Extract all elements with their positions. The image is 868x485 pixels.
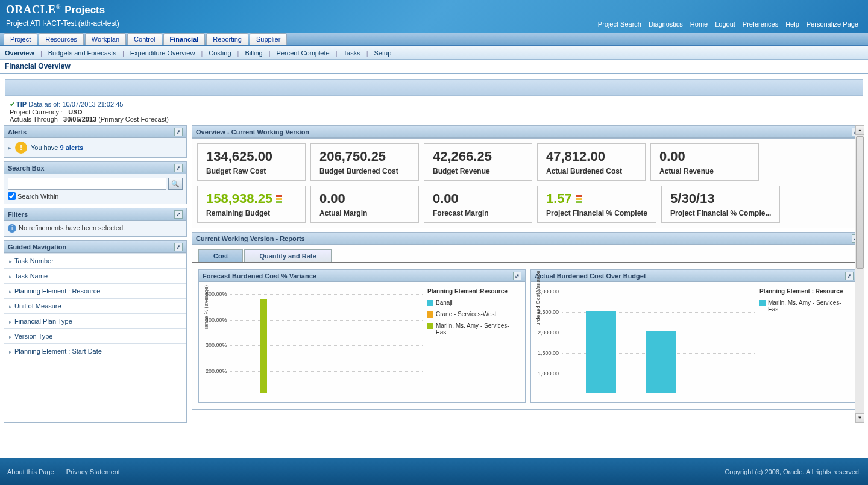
expand-icon[interactable]: ⤢ xyxy=(174,128,183,136)
toplink-personalize-page[interactable]: Personalize Page xyxy=(807,20,858,28)
scroll-up-icon[interactable]: ▲ xyxy=(855,125,864,135)
expand-icon[interactable]: ⤢ xyxy=(174,210,183,219)
search-input[interactable] xyxy=(8,178,166,190)
expand-icon[interactable]: ⤢ xyxy=(174,243,183,251)
metric-tile: 0.00Actual Margin xyxy=(310,186,419,223)
caret-icon: ▸ xyxy=(9,349,12,355)
expand-icon[interactable]: ⤢ xyxy=(174,164,183,172)
tick-label: 3,000.00 xyxy=(538,289,559,295)
filters-panel: Filters⤢ iNo refinements have been selec… xyxy=(4,208,187,237)
metric-tile: 206,750.25Budget Burdened Cost xyxy=(310,143,419,181)
project-title: Project ATH-ACT-Test (ath-act-test) xyxy=(6,19,119,28)
metrics-grid: 134,625.00Budget Raw Cost206,750.25Budge… xyxy=(192,139,864,228)
guided-item[interactable]: ▸Financial Plan Type xyxy=(4,313,186,328)
toplink-preferences[interactable]: Preferences xyxy=(743,20,778,28)
app-header: ORACLE® Projects Project ATH-ACT-Test (a… xyxy=(0,0,868,33)
subnav-expenditure-overview[interactable]: Expenditure Overview xyxy=(130,49,195,57)
info-block: ✔TIP Data as of: 10/07/2013 21:02:45 Pro… xyxy=(0,98,868,125)
metric-tile: 42,266.25Budget Revenue xyxy=(424,143,532,181)
subnav-setup[interactable]: Setup xyxy=(374,49,392,57)
metric-tile: 134,625.00Budget Raw Cost xyxy=(197,143,306,181)
legend-item: Marlin, Ms. Amy - Services-East xyxy=(427,322,519,336)
tick-label: 500.00% xyxy=(206,291,227,297)
metric-tile: 0.00Actual Revenue xyxy=(650,143,759,181)
search-within-checkbox[interactable] xyxy=(8,192,16,200)
guided-item[interactable]: ▸Planning Element : Resource xyxy=(4,283,186,298)
legend-title: Planning Element : Resource xyxy=(760,288,851,295)
guided-item[interactable]: ▸Version Type xyxy=(4,328,186,343)
report-tab-cost[interactable]: Cost xyxy=(198,249,243,262)
bullet-icon xyxy=(276,195,283,204)
legend-item: Crane - Services-West xyxy=(427,311,519,318)
subnav-costing[interactable]: Costing xyxy=(209,49,231,57)
metric-tile: 1.57Project Financial % Complete xyxy=(537,186,656,223)
toplink-help[interactable]: Help xyxy=(785,20,799,28)
page-title: Financial Overview xyxy=(0,60,868,74)
tab-project[interactable]: Project xyxy=(4,33,37,45)
scroll-thumb[interactable] xyxy=(856,136,864,269)
guided-item[interactable]: ▸Unit of Measure xyxy=(4,298,186,313)
tick-label: 2,000.00 xyxy=(538,330,559,336)
subnav-overview[interactable]: Overview xyxy=(5,49,34,57)
bar xyxy=(260,299,267,393)
tab-resources[interactable]: Resources xyxy=(39,33,84,45)
toplink-logout[interactable]: Logout xyxy=(715,20,735,28)
caret-icon: ▸ xyxy=(9,258,12,264)
chart-forecast-variance: Forecast Burdened Cost % Variance⤢ iance… xyxy=(198,269,526,403)
expand-icon[interactable]: ⤢ xyxy=(845,272,854,280)
subnav-percent-complete[interactable]: Percent Complete xyxy=(277,49,330,57)
bar xyxy=(646,331,676,393)
guided-item[interactable]: ▸Task Name xyxy=(4,268,186,283)
tab-financial[interactable]: Financial xyxy=(163,33,206,45)
expand-icon[interactable]: ⤢ xyxy=(513,272,521,280)
guided-item[interactable]: ▸Planning Element : Start Date xyxy=(4,343,186,358)
tab-reporting[interactable]: Reporting xyxy=(206,33,248,45)
caret-icon: ▸ xyxy=(9,274,12,280)
y-axis-label: urdened Cost Variance xyxy=(535,271,541,325)
caret-icon[interactable]: ▸ xyxy=(8,144,11,152)
caret-icon: ▸ xyxy=(9,334,12,340)
tick-label: 300.00% xyxy=(206,342,227,348)
main-tabs: ProjectResourcesWorkplanControlFinancial… xyxy=(0,33,868,46)
guided-item[interactable]: ▸Task Number xyxy=(4,253,186,268)
toplink-project-search[interactable]: Project Search xyxy=(598,20,641,28)
caret-icon: ▸ xyxy=(9,304,12,310)
alerts-link[interactable]: 9 alerts xyxy=(60,144,84,151)
tick-label: 1,000.00 xyxy=(538,371,559,377)
tick-label: 200.00% xyxy=(206,368,227,374)
overview-panel: Overview - Current Working Version⤢ xyxy=(192,125,864,139)
report-tab-quantity-and-rate[interactable]: Quantity and Rate xyxy=(244,249,331,262)
bell-icon: ! xyxy=(15,142,27,154)
metric-tile: 0.00Forecast Margin xyxy=(424,186,532,223)
caret-icon: ▸ xyxy=(9,319,12,325)
tab-supplier[interactable]: Supplier xyxy=(250,33,287,45)
legend-item: Banaji xyxy=(427,299,519,306)
band xyxy=(5,79,863,96)
metric-tile: 5/30/13Project Financial % Comple... xyxy=(661,186,780,223)
scrollbar[interactable]: ▲ ▼ xyxy=(855,125,864,423)
bullet-icon xyxy=(576,195,583,204)
tick-label: 2,500.00 xyxy=(538,309,559,315)
caret-icon: ▸ xyxy=(9,289,12,295)
alerts-panel: Alerts⤢ ▸ ! You have 9 alerts xyxy=(4,125,187,158)
search-panel: Search Box⤢ 🔍 Search Within xyxy=(4,161,187,204)
tab-workplan[interactable]: Workplan xyxy=(85,33,126,45)
scroll-down-icon[interactable]: ▼ xyxy=(855,413,864,423)
subnav-tasks[interactable]: Tasks xyxy=(344,49,360,57)
guided-nav-panel: Guided Navigation⤢ ▸Task Number▸Task Nam… xyxy=(4,240,187,423)
toplink-diagnostics[interactable]: Diagnostics xyxy=(649,20,683,28)
check-icon: ✔ xyxy=(10,101,15,108)
tick-label: 400.00% xyxy=(206,317,227,323)
metric-tile: 47,812.00Actual Burdened Cost xyxy=(537,143,646,181)
subnav-billing[interactable]: Billing xyxy=(245,49,262,57)
metric-tile: 158,938.25Remaining Budget xyxy=(197,186,306,223)
search-button[interactable]: 🔍 xyxy=(168,178,183,190)
tab-control[interactable]: Control xyxy=(127,33,162,45)
reports-panel: Current Working Version - Reports⤢ CostQ… xyxy=(192,232,864,410)
bar xyxy=(586,311,616,393)
toplink-home[interactable]: Home xyxy=(690,20,708,28)
subnav-budgets-and-forecasts[interactable]: Budgets and Forecasts xyxy=(48,49,116,57)
legend-item: Marlin, Ms. Amy - Services-East xyxy=(760,299,851,313)
tick-label: 1,500.00 xyxy=(538,350,559,356)
search-icon: 🔍 xyxy=(171,180,180,188)
